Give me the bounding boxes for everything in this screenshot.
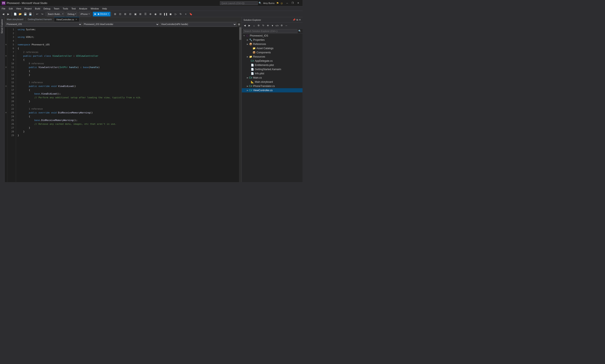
menu-item-edit[interactable]: Edit [7, 6, 14, 11]
toolbar-btn15[interactable]: ⌖ [183, 12, 188, 16]
add-btn[interactable]: 📂 [18, 12, 23, 16]
se-home[interactable]: ⌂ [252, 24, 256, 28]
entitlements-label: Entitlements.plist [255, 64, 274, 66]
code-content[interactable]: using System; using UIKit; namespace Pho… [16, 27, 239, 182]
quick-launch-input[interactable] [220, 1, 258, 5]
toolbar-btn11[interactable]: ❚❚ [163, 12, 168, 16]
vertical-scrollbar[interactable] [239, 27, 242, 182]
se-settings[interactable]: ⚙ [280, 24, 284, 28]
menu-item-analyze[interactable]: Analyze [77, 6, 89, 11]
new-project-btn[interactable]: 📄 [13, 12, 17, 16]
tree-maincs[interactable]: ▶ C# Main.cs [242, 76, 303, 80]
tree-infoplist[interactable]: 📄 Info.plist [242, 71, 303, 76]
references-icon: 📦 [249, 42, 252, 46]
platform-dropdown[interactable]: iPhone ▾ [79, 12, 90, 16]
se-props[interactable]: ⚙ [257, 24, 261, 28]
left-sidebar: Server Explorer Document Outline [0, 17, 5, 182]
menu-item-view[interactable]: View [14, 6, 23, 11]
toolbar-btn5[interactable]: ▣ [133, 12, 138, 16]
tab-close-icon[interactable]: ✕ [76, 18, 77, 21]
info-icon: 📄 [251, 72, 254, 75]
save-btn[interactable]: 💾 [23, 12, 27, 16]
tree-entitlements[interactable]: 📄 Entitlements.plist [242, 63, 303, 67]
toolbar-btn3[interactable]: ⊞ [123, 12, 128, 16]
redo-btn[interactable]: ↪ [40, 12, 45, 16]
toolbar-btn2[interactable]: ⊡ [118, 12, 122, 16]
toolbar-btn9[interactable]: ◉ [153, 12, 158, 16]
menu-item-window[interactable]: Window [89, 6, 100, 11]
tab-getting-started[interactable]: GettingStarted.Xamarin [26, 17, 54, 22]
tree-appdelegate[interactable]: C# AppDelegate.cs [242, 59, 303, 63]
class-dropdown[interactable]: Phoneword_iOS.ViewController [83, 22, 159, 26]
toolbar-btn16[interactable]: 🔖 [188, 12, 193, 16]
toolbar-btn13[interactable]: ▷ [173, 12, 178, 16]
se-float-btn[interactable]: ⧉ [296, 18, 298, 21]
quick-launch-area[interactable]: 🔍 [220, 1, 261, 5]
asset-label: Asset Catalogs [257, 47, 273, 50]
tree-gettingstarted[interactable]: 📄 GettingStarted.Xamarin [242, 67, 303, 71]
components-label: Components [257, 51, 271, 54]
member-dropdown[interactable]: ViewController(IntPtr handle) [160, 22, 237, 26]
se-filter[interactable]: ▼ [270, 24, 275, 28]
tree-solution[interactable]: ▼ ⬡ Phoneword_iOS [242, 34, 303, 38]
menu-item-file[interactable]: File [0, 6, 7, 11]
phonetrans-expand-icon: ▶ [246, 85, 249, 88]
toolbar-btn6[interactable]: ⊞ [138, 12, 143, 16]
se-pin2[interactable]: ─ [284, 24, 288, 28]
tree-properties[interactable]: ▶ 🔧 Properties [242, 38, 303, 42]
toolbar-btn10[interactable]: ⊠ [158, 12, 163, 16]
se-forward[interactable]: ▶ [247, 24, 251, 28]
platform-arrow: ▾ [89, 13, 90, 15]
toolbar-btn12[interactable]: ◼ [168, 12, 173, 16]
forward-btn[interactable]: ▶ [6, 12, 11, 16]
config-arrow: ▾ [75, 13, 76, 15]
maincs-icon: C# [249, 76, 252, 79]
play-button[interactable]: ▶ ▶ Device ▾ [93, 12, 111, 16]
se-title: Solution Explorer [244, 19, 261, 21]
tree-asset-catalogs[interactable]: 📁 Asset Catalogs [242, 46, 303, 51]
se-back[interactable]: ◀ [243, 24, 247, 28]
back-btn[interactable]: ◀ [1, 12, 5, 16]
tree-resources[interactable]: ▶ 📁 Resources [242, 55, 303, 59]
tree-components[interactable]: 📦 Components [242, 51, 303, 55]
restore-button[interactable]: ❐ [290, 1, 295, 5]
se-pin-btn[interactable]: 📌 [293, 18, 296, 21]
tab-main-storyboard[interactable]: Main.storyboard [5, 17, 26, 22]
project-dropdown[interactable]: Phoneword_iOS [5, 22, 82, 26]
toolbar-btn4[interactable]: ⊟ [128, 12, 133, 16]
toolbar-btn1[interactable]: ⊞ [113, 12, 117, 16]
toolbar-btn8[interactable]: ⊕ [148, 12, 153, 16]
se-refresh[interactable]: ↻ [261, 24, 265, 28]
tree-viewcontroller[interactable]: ▶ C# ViewController.cs [242, 88, 303, 92]
undo-btn[interactable]: ↩ [35, 12, 39, 16]
menu-item-help[interactable]: Help [101, 6, 109, 11]
menu-item-build[interactable]: Build [33, 6, 42, 11]
menu-item-debug[interactable]: Debug [42, 6, 52, 11]
code-toolbar-expand[interactable]: ⊞ [237, 23, 241, 26]
se-show-all[interactable]: 👁 [266, 24, 270, 28]
save-all-btn[interactable]: 💾 [28, 12, 33, 16]
menu-item-project[interactable]: Project [23, 6, 33, 11]
toolbar-btn7[interactable]: ☰ [143, 12, 148, 16]
se-search-input[interactable] [243, 29, 297, 33]
tree-phonetranslator[interactable]: ▶ C# PhoneTranslator.cs [242, 84, 303, 88]
configuration-dropdown[interactable]: Debug ▾ [67, 12, 77, 16]
batch-build-dropdown[interactable]: Batch Build... ▾ [47, 12, 64, 16]
se-header-controls: 📌 ⧉ ✕ [293, 18, 301, 21]
gettingstarted-expand-icon [248, 68, 251, 71]
minimize-button[interactable]: ─ [284, 1, 290, 5]
se-code-view[interactable]: </> [275, 24, 279, 28]
tree-references[interactable]: ▶ 📦 References [242, 42, 303, 46]
menu-item-tools[interactable]: Tools [61, 6, 70, 11]
menu-item-team[interactable]: Team [52, 6, 61, 11]
se-close-btn[interactable]: ✕ [299, 18, 301, 21]
toolbar-btn14[interactable]: ↻ [178, 12, 183, 16]
tab-viewcontroller[interactable]: ViewController.cs ✕ [54, 17, 79, 22]
device-arrow: ▾ [108, 13, 109, 15]
tree-mainstoryboard[interactable]: 📐 Main.storyboard [242, 80, 303, 84]
menu-item-test[interactable]: Test [70, 6, 77, 11]
batch-build-arrow: ▾ [62, 13, 63, 15]
mainstory-expand-icon [248, 80, 251, 83]
close-button[interactable]: ✕ [295, 1, 301, 5]
server-explorer-tab[interactable]: Server Explorer [0, 17, 4, 35]
